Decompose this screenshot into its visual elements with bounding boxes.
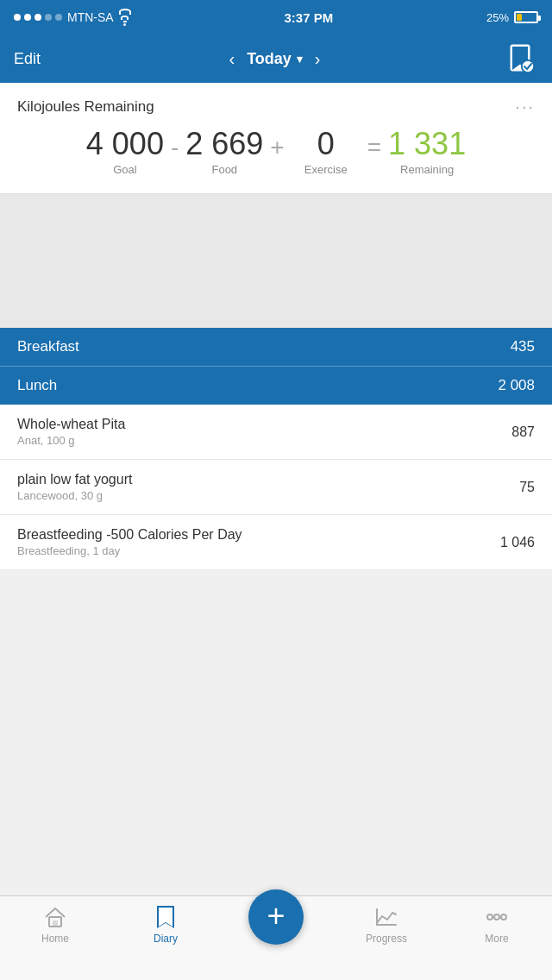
battery-percent: 25% xyxy=(486,11,509,24)
dot-2 xyxy=(24,14,31,21)
wifi-icon xyxy=(119,9,131,26)
tab-home[interactable]: Home xyxy=(0,905,110,945)
progress-icon xyxy=(374,905,398,929)
plus-op: + xyxy=(263,132,291,163)
food-calories: 1 046 xyxy=(500,535,535,550)
battery-icon xyxy=(514,11,538,23)
nav-center: ‹ Today ▾ › xyxy=(229,49,321,69)
meal-header-1[interactable]: Lunch2 008 xyxy=(0,366,552,405)
status-left: MTN-SA xyxy=(14,9,131,26)
exercise-value: 0 xyxy=(317,129,335,160)
food-label: Food xyxy=(211,163,237,176)
food-sub: Anat, 100 g xyxy=(17,434,125,447)
remaining-col: 1 331 Remaining xyxy=(388,129,466,176)
food-item[interactable]: Whole-wheat Pita Anat, 100 g 887 xyxy=(0,405,552,460)
plus-icon: + xyxy=(267,901,285,932)
food-value: 2 669 xyxy=(185,129,263,160)
food-calories: 887 xyxy=(511,424,535,440)
tab-more-label: More xyxy=(485,933,508,945)
food-calories: 75 xyxy=(519,480,535,495)
food-info: plain low fat yogurt Lancewood, 30 g xyxy=(17,472,132,502)
dot-5 xyxy=(55,14,62,21)
diary-icon xyxy=(154,905,178,929)
summary-more-dots[interactable]: ··· xyxy=(515,97,535,116)
summary-title: Kilojoules Remaining xyxy=(17,98,154,116)
food-item[interactable]: Breastfeeding -500 Calories Per Day Brea… xyxy=(0,515,552,570)
food-name: Breastfeeding -500 Calories Per Day xyxy=(17,527,242,543)
svg-rect-9 xyxy=(376,924,397,926)
status-right: 25% xyxy=(486,11,538,24)
meal-calories: 2 008 xyxy=(498,377,535,394)
tab-progress-label: Progress xyxy=(366,933,407,945)
diary-nav-icon[interactable] xyxy=(509,44,538,73)
diary-icon-svg xyxy=(509,44,535,75)
carrier-label: MTN-SA xyxy=(67,10,114,24)
home-icon xyxy=(43,905,67,929)
goal-value: 4 000 xyxy=(86,129,164,160)
meal-calories: 435 xyxy=(511,338,535,355)
food-name: plain low fat yogurt xyxy=(17,472,132,487)
summary-title-row: Kilojoules Remaining ··· xyxy=(17,97,535,116)
svg-rect-10 xyxy=(376,908,378,926)
minus-op: - xyxy=(164,132,185,163)
svg-point-13 xyxy=(501,914,506,920)
tab-diary[interactable]: Diary xyxy=(110,905,221,945)
summary-card: Kilojoules Remaining ··· 4 000 Goal - 2 … xyxy=(0,83,552,194)
dot-4 xyxy=(45,14,52,21)
tab-progress[interactable]: Progress xyxy=(331,905,442,945)
edit-button[interactable]: Edit xyxy=(14,50,41,68)
status-time: 3:37 PM xyxy=(284,10,333,25)
exercise-col: 0 Exercise xyxy=(292,129,361,176)
add-button[interactable]: + xyxy=(248,889,304,945)
goal-col: 4 000 Goal xyxy=(86,129,164,176)
status-bar: MTN-SA 3:37 PM 25% xyxy=(0,0,552,35)
remaining-label: Remaining xyxy=(400,163,454,176)
food-item[interactable]: plain low fat yogurt Lancewood, 30 g 75 xyxy=(0,460,552,515)
tab-more[interactable]: More xyxy=(442,905,552,945)
more-icon xyxy=(485,905,509,929)
food-info: Whole-wheat Pita Anat, 100 g xyxy=(17,417,125,447)
content-scroll: Kilojoules Remaining ··· 4 000 Goal - 2 … xyxy=(0,83,552,570)
dot-3 xyxy=(34,14,41,21)
food-info: Breastfeeding -500 Calories Per Day Brea… xyxy=(17,527,242,557)
signal-dots xyxy=(14,14,62,21)
tab-home-label: Home xyxy=(41,933,69,945)
nav-bar: Edit ‹ Today ▾ › xyxy=(0,35,552,83)
svg-point-11 xyxy=(487,914,492,920)
next-button[interactable]: › xyxy=(315,49,321,69)
meal-header-0[interactable]: Breakfast435 xyxy=(0,328,552,366)
prev-button[interactable]: ‹ xyxy=(229,49,235,69)
food-sub: Breastfeeding, 1 day xyxy=(17,544,242,557)
nav-title-label: Today xyxy=(247,50,292,68)
tab-bar: Home Diary + Progress xyxy=(0,895,552,980)
dropdown-icon[interactable]: ▾ xyxy=(297,53,303,66)
equals-op: = xyxy=(361,132,388,163)
food-sub: Lancewood, 30 g xyxy=(17,489,132,502)
meals-container: Breakfast435Lunch2 008 Whole-wheat Pita … xyxy=(0,328,552,570)
dot-1 xyxy=(14,14,21,21)
chart-area xyxy=(0,194,552,328)
svg-marker-8 xyxy=(159,908,172,927)
nav-title: Today ▾ xyxy=(247,50,303,68)
meal-name: Lunch xyxy=(17,377,57,394)
food-name: Whole-wheat Pita xyxy=(17,417,125,432)
meal-name: Breakfast xyxy=(17,338,79,355)
food-col: 2 669 Food xyxy=(185,129,263,176)
tab-diary-label: Diary xyxy=(154,933,178,945)
exercise-label: Exercise xyxy=(304,163,348,176)
summary-row: 4 000 Goal - 2 669 Food + 0 Exercise = 1… xyxy=(17,129,535,176)
tab-add[interactable]: + xyxy=(221,905,331,945)
goal-label: Goal xyxy=(113,163,136,176)
svg-rect-6 xyxy=(53,920,58,927)
svg-point-12 xyxy=(494,914,499,920)
remaining-value: 1 331 xyxy=(388,129,466,160)
